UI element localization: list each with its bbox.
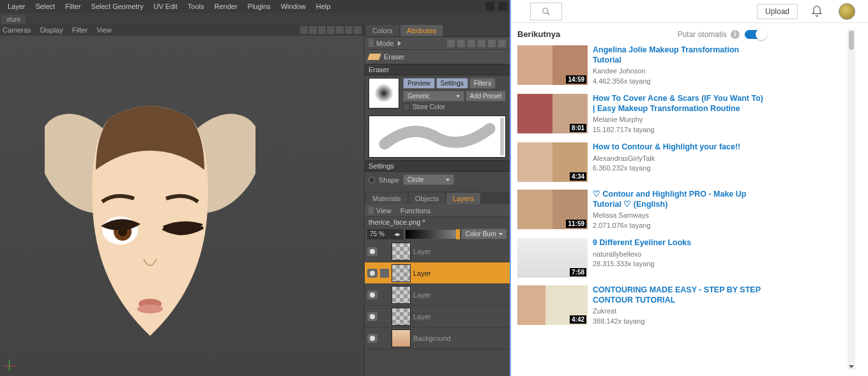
settings-button[interactable]: Settings: [436, 78, 468, 89]
video-item[interactable]: 14:59 Angelina Jolie Makeup Transformati…: [517, 45, 766, 86]
video-item[interactable]: 7:58 9 Different Eyeliner Looks naturall…: [517, 238, 766, 278]
video-channel[interactable]: Kandee Johnson: [593, 66, 766, 76]
layer-row[interactable]: Background: [365, 327, 510, 349]
tab-attributes[interactable]: Attributes: [400, 25, 443, 36]
preset-dropdown[interactable]: Generic: [403, 91, 464, 102]
tab-objects[interactable]: Objects: [409, 193, 445, 204]
menu-layer[interactable]: Layer: [3, 3, 31, 10]
layers-list: Layer Layer Layer Layer Background: [365, 241, 510, 349]
mode-icon[interactable]: [468, 40, 475, 47]
window-control-icon[interactable]: [485, 2, 494, 11]
vp-filter[interactable]: Filter: [72, 26, 88, 34]
vp-icon[interactable]: [327, 26, 335, 34]
video-thumbnail[interactable]: 14:59: [517, 45, 588, 85]
brush-icon: [380, 269, 389, 278]
menu-help[interactable]: Help: [311, 3, 336, 10]
video-title[interactable]: 9 Different Eyeliner Looks: [593, 238, 691, 248]
vp-icon[interactable]: [336, 26, 344, 34]
menu-window[interactable]: Window: [276, 3, 311, 10]
vp-icon[interactable]: [300, 26, 308, 34]
video-channel[interactable]: Melanie Murphy: [593, 115, 766, 124]
blend-mode-dropdown[interactable]: Color Burn: [461, 229, 507, 239]
autoplay-toggle[interactable]: [745, 30, 766, 39]
video-title[interactable]: How To Cover Acne & Scars (IF You Want T…: [593, 94, 766, 114]
video-channel[interactable]: naturallybellexo: [593, 250, 691, 259]
video-title[interactable]: Angelina Jolie Makeup Transformation Tut…: [593, 45, 766, 65]
search-button[interactable]: [530, 3, 562, 20]
mode-icon[interactable]: [447, 40, 455, 47]
window-control-icon[interactable]: [498, 2, 507, 11]
visibility-icon[interactable]: [367, 269, 377, 278]
store-color-checkbox[interactable]: [403, 103, 410, 110]
brush-preview[interactable]: [369, 78, 399, 109]
layers-view[interactable]: View: [376, 207, 392, 214]
video-views: 4.462.356x tayang: [593, 77, 766, 86]
vp-icon[interactable]: [318, 26, 326, 34]
svg-point-8: [543, 8, 548, 13]
layers-functions[interactable]: Functions: [400, 207, 431, 214]
upload-button[interactable]: Upload: [757, 4, 798, 19]
video-title[interactable]: ♡ Contour and Highlight PRO - Make Up Tu…: [593, 190, 766, 209]
video-channel[interactable]: Zukreat: [593, 306, 766, 316]
vp-view[interactable]: View: [96, 26, 112, 34]
menu-select[interactable]: Select: [31, 3, 61, 10]
info-icon[interactable]: i: [731, 30, 740, 39]
menu-select-geometry[interactable]: Select Geometry: [86, 3, 149, 10]
video-thumbnail[interactable]: 11:59: [517, 190, 588, 229]
vp-icon[interactable]: [309, 26, 317, 34]
mode-icon[interactable]: [488, 40, 496, 47]
visibility-icon[interactable]: [367, 290, 377, 299]
mode-icon[interactable]: [457, 40, 465, 47]
video-item[interactable]: 11:59 ♡ Contour and Highlight PRO - Make…: [517, 190, 766, 230]
video-thumbnail[interactable]: 4:42: [517, 285, 588, 325]
document-tabs: xture: [0, 13, 510, 24]
visibility-icon[interactable]: [367, 312, 377, 321]
vp-cameras[interactable]: Cameras: [3, 26, 31, 34]
add-preset-button[interactable]: Add Preset: [466, 91, 506, 102]
preview-scrollbar[interactable]: [500, 117, 504, 156]
vp-icon[interactable]: [354, 26, 362, 34]
tab-materials[interactable]: Materials: [366, 193, 407, 204]
menu-plugins[interactable]: Plugins: [243, 3, 276, 10]
preview-button[interactable]: Preview: [403, 78, 435, 89]
tab-colors[interactable]: Colors: [366, 25, 399, 36]
video-thumbnail[interactable]: 7:58: [517, 238, 588, 278]
video-thumbnail[interactable]: 4:34: [517, 142, 588, 182]
layer-row[interactable]: Layer: [365, 262, 510, 284]
shape-dropdown[interactable]: Circle: [403, 174, 454, 185]
video-thumbnail[interactable]: 8:01: [517, 94, 588, 133]
video-item[interactable]: 4:34 How to Contour & Highlight your fac…: [517, 142, 766, 182]
video-channel[interactable]: AlexandrasGirlyTalk: [593, 154, 740, 163]
layer-row[interactable]: Layer: [365, 241, 510, 262]
video-item[interactable]: 8:01 How To Cover Acne & Scars (IF You W…: [517, 94, 766, 135]
mode-row[interactable]: Mode: [365, 37, 510, 50]
vp-display[interactable]: Display: [40, 26, 63, 34]
doc-tab[interactable]: xture: [1, 15, 26, 24]
video-title[interactable]: How to Contour & Highlight your face!!: [593, 142, 740, 153]
layer-row[interactable]: Layer: [365, 306, 510, 327]
layer-thumbnail: [392, 308, 411, 326]
menu-render[interactable]: Render: [209, 3, 242, 10]
mode-icon[interactable]: [498, 40, 506, 47]
video-item[interactable]: 4:42 CONTOURING MADE EASY - STEP BY STEP…: [517, 285, 766, 326]
viewport[interactable]: [0, 36, 364, 376]
menu-uv-edit[interactable]: UV Edit: [148, 3, 182, 10]
visibility-icon[interactable]: [367, 247, 377, 256]
menu-tools[interactable]: Tools: [183, 3, 209, 10]
visibility-icon[interactable]: [367, 334, 377, 343]
vp-icon[interactable]: [345, 26, 353, 34]
menu-filter[interactable]: Filter: [60, 3, 86, 10]
lock-icon[interactable]: [478, 40, 485, 47]
video-title[interactable]: CONTOURING MADE EASY - STEP BY STEP CONT…: [593, 285, 766, 305]
scrollbar[interactable]: [848, 29, 855, 370]
layer-row[interactable]: Layer: [365, 284, 510, 306]
user-avatar[interactable]: [839, 3, 855, 20]
shape-radio[interactable]: [369, 177, 375, 183]
opacity-slider[interactable]: [406, 230, 459, 239]
notifications-button[interactable]: [811, 5, 823, 18]
opacity-field[interactable]: 75 %◂▸: [367, 229, 403, 239]
video-duration: 7:58: [570, 268, 586, 276]
tab-layers[interactable]: Layers: [446, 193, 480, 204]
filters-button[interactable]: Filters: [469, 78, 496, 89]
video-channel[interactable]: Melissa Samways: [593, 211, 766, 220]
